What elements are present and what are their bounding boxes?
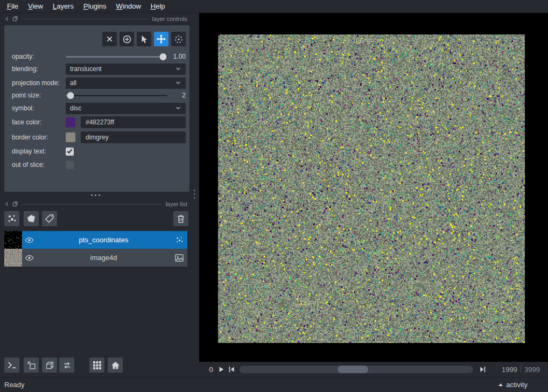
face-color-label: face color:: [12, 118, 66, 126]
symbol-dropdown[interactable]: disc: [66, 103, 186, 114]
menu-file[interactable]: File: [2, 1, 23, 11]
slider-knob[interactable]: [67, 92, 74, 99]
grid-view-button[interactable]: [89, 358, 104, 373]
blending-label: blending:: [12, 65, 66, 73]
delete-layer-button[interactable]: [173, 211, 188, 226]
layer-controls-title: layer controls: [152, 16, 189, 22]
select-points-button[interactable]: [137, 32, 151, 46]
jump-to-start-button[interactable]: [227, 365, 236, 374]
layer-list-title: layer list: [166, 201, 189, 207]
activity-label: activity: [506, 381, 528, 389]
border-color-field[interactable]: dimgrey: [81, 131, 186, 143]
dims-slider-row: 0 1999 3999: [199, 362, 548, 377]
divider: [23, 19, 148, 19]
slider-track: [66, 95, 167, 96]
layer-list-dock-header: layer list: [4, 200, 189, 208]
delete-selected-points-button[interactable]: [102, 32, 117, 46]
slider-fill: [66, 56, 163, 58]
visibility-eye-icon[interactable]: [22, 255, 36, 261]
labels-tag-icon: [45, 214, 54, 223]
add-points-button[interactable]: [120, 32, 134, 46]
console-icon: [8, 361, 17, 369]
opacity-slider[interactable]: [66, 53, 167, 61]
symbol-value: disc: [70, 104, 81, 112]
layer-item-image4d[interactable]: image4d: [4, 249, 187, 267]
layer-thumbnail: [4, 249, 22, 267]
cube-icon: [45, 361, 54, 370]
jump-to-end-button[interactable]: [479, 365, 487, 374]
status-message: Ready: [4, 381, 25, 389]
new-shapes-layer-button[interactable]: [24, 211, 39, 226]
home-icon: [111, 361, 120, 369]
transform-icon: [174, 34, 184, 44]
trash-icon: [177, 214, 185, 223]
reset-view-home-button[interactable]: [108, 358, 123, 373]
play-button[interactable]: [217, 365, 226, 374]
point-size-slider[interactable]: [66, 92, 167, 100]
divider: [23, 204, 161, 205]
status-bar: Ready activity: [0, 377, 548, 392]
toggle-2d-3d-button[interactable]: [24, 358, 39, 373]
menu-layers[interactable]: Layers: [48, 1, 79, 11]
cursor-icon: [140, 35, 148, 44]
slider-knob[interactable]: [160, 53, 167, 60]
frame-slider[interactable]: [240, 366, 473, 373]
border-color-swatch[interactable]: [66, 132, 75, 142]
point-size-value: 2: [167, 92, 186, 99]
chevron-down-icon: [175, 107, 181, 110]
symbol-label: symbol:: [12, 104, 66, 112]
out-of-slice-checkbox[interactable]: [66, 161, 74, 169]
projection-mode-label: projection mode:: [12, 79, 66, 87]
face-color-value: #482273ff: [86, 118, 114, 126]
pan-zoom-button[interactable]: [154, 32, 168, 46]
blending-dropdown[interactable]: translucent: [66, 64, 186, 75]
out-of-slice-label: out of slice:: [12, 161, 66, 169]
dock-hide-icon[interactable]: [4, 201, 10, 207]
dock-splitter-handle[interactable]: [194, 193, 195, 195]
point-size-label: point size:: [12, 92, 66, 99]
dock-hide-icon[interactable]: [4, 16, 10, 22]
play-icon: [219, 366, 224, 373]
skip-start-icon: [228, 366, 235, 373]
face-color-field[interactable]: #482273ff: [81, 116, 186, 128]
layer-item-pts-coordinates[interactable]: pts_coordinates: [4, 231, 187, 249]
dock-float-icon[interactable]: [12, 201, 18, 207]
layer-controls-dock-header: layer controls: [4, 15, 189, 23]
chevron-down-icon: [175, 68, 181, 71]
skip-end-icon: [480, 366, 486, 373]
new-points-layer-button[interactable]: [4, 211, 19, 226]
transform-button[interactable]: [171, 32, 186, 46]
shapes-icon: [26, 214, 36, 223]
points-tool-row: [102, 32, 186, 46]
activity-toggle[interactable]: activity: [498, 381, 528, 389]
new-labels-layer-button[interactable]: [42, 211, 57, 226]
menu-plugins[interactable]: Plugins: [79, 1, 111, 11]
display-text-checkbox[interactable]: [66, 148, 74, 156]
blending-value: translucent: [70, 65, 102, 73]
points-icon: [7, 214, 17, 223]
viewer-canvas-area[interactable]: [199, 13, 548, 362]
menu-bar: File View Layers Plugins Window Help: [0, 0, 548, 13]
console-button[interactable]: [4, 358, 19, 373]
layer-name: image4d: [36, 254, 171, 262]
border-color-value: dimgrey: [86, 134, 109, 141]
transpose-dimensions-button[interactable]: [59, 358, 74, 373]
menu-view[interactable]: View: [23, 1, 48, 11]
panel-resize-grip[interactable]: [95, 194, 96, 196]
ndisplay-icon: [27, 361, 36, 370]
roll-dimensions-button[interactable]: [42, 358, 57, 373]
border-color-label: border color:: [12, 134, 66, 141]
chevron-down-icon: [175, 82, 181, 85]
projection-mode-dropdown[interactable]: all: [66, 78, 186, 89]
x-icon: [106, 36, 113, 43]
menu-window[interactable]: Window: [111, 1, 146, 11]
transpose-icon: [62, 361, 72, 370]
frame-slider-handle[interactable]: [338, 366, 368, 373]
menu-help[interactable]: Help: [146, 1, 170, 11]
dock-float-icon[interactable]: [12, 16, 18, 22]
face-color-swatch[interactable]: [66, 117, 75, 127]
add-circle-icon: [122, 34, 132, 44]
visibility-eye-icon[interactable]: [22, 237, 36, 243]
grid-icon: [93, 361, 101, 369]
image-layer-icon: [171, 254, 187, 262]
